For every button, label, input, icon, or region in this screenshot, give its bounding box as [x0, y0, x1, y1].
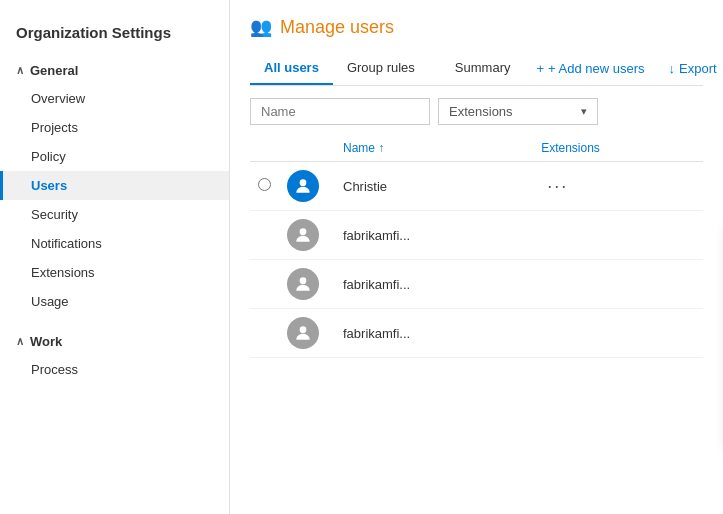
tabs-bar: All users Group rules Summary + + Add ne…: [250, 52, 703, 86]
sidebar-section-general-label: General: [30, 63, 78, 78]
user-name-cell: fabrikamfi...: [335, 211, 533, 260]
extensions-filter-dropdown[interactable]: Extensions ▾: [438, 98, 598, 125]
sidebar-item-overview[interactable]: Overview: [0, 84, 229, 113]
tab-group-rules[interactable]: Group rules: [333, 52, 429, 85]
row-radio-cell: [250, 211, 279, 260]
user-name-cell: fabrikamfi...: [335, 309, 533, 358]
col-extensions-header[interactable]: Extensions: [533, 135, 703, 162]
user-name-cell: fabrikamfi...: [335, 260, 533, 309]
row-radio[interactable]: [258, 178, 271, 191]
svg-point-0: [300, 179, 307, 186]
row-radio-cell: [250, 162, 279, 211]
user-extensions-cell: [533, 211, 703, 260]
col-radio: [250, 135, 279, 162]
avatar-cell: [279, 162, 335, 211]
users-table: Name ↑ Extensions Christie: [250, 135, 703, 358]
chevron-icon: ∧: [16, 64, 24, 77]
tab-summary[interactable]: Summary: [441, 52, 525, 85]
manage-users-icon: 👥: [250, 16, 272, 38]
chevron-icon-work: ∧: [16, 335, 24, 348]
avatar: [287, 170, 319, 202]
export-action[interactable]: ↓ Export: [657, 55, 723, 82]
sidebar-item-process[interactable]: Process: [0, 355, 229, 384]
app-title: Organization Settings: [0, 16, 229, 57]
table-row: fabrikamfi...: [250, 211, 703, 260]
avatar: [287, 268, 319, 300]
row-radio-cell: [250, 260, 279, 309]
avatar: [287, 219, 319, 251]
filters-row: Extensions ▾: [250, 98, 703, 125]
sidebar-section-general[interactable]: ∧ General: [0, 57, 229, 84]
avatar: [287, 317, 319, 349]
main-content: 👥 Manage users All users Group rules Sum…: [230, 0, 723, 514]
user-extensions-cell: ···: [533, 162, 703, 211]
page-header: 👥 Manage users: [250, 16, 703, 38]
add-new-users-action[interactable]: + + Add new users: [524, 55, 656, 82]
sidebar-section-work-label: Work: [30, 334, 62, 349]
avatar-cell: [279, 309, 335, 358]
avatar-cell: [279, 211, 335, 260]
svg-point-1: [300, 228, 307, 235]
user-extensions-cell: [533, 260, 703, 309]
tab-all-users[interactable]: All users: [250, 52, 333, 85]
svg-point-3: [300, 326, 307, 333]
name-filter-input[interactable]: [250, 98, 430, 125]
table-row: fabrikamfi...: [250, 260, 703, 309]
col-avatar: [279, 135, 335, 162]
sidebar-item-extensions[interactable]: Extensions: [0, 258, 229, 287]
col-name-header[interactable]: Name ↑: [335, 135, 533, 162]
page-title: Manage users: [280, 17, 394, 38]
row-actions-button[interactable]: ···: [541, 174, 574, 199]
plus-icon: +: [536, 61, 544, 76]
user-name-cell: Christie: [335, 162, 533, 211]
sidebar: Organization Settings ∧ General Overview…: [0, 0, 230, 514]
sidebar-item-notifications[interactable]: Notifications: [0, 229, 229, 258]
row-radio-cell: [250, 309, 279, 358]
sidebar-item-policy[interactable]: Policy: [0, 142, 229, 171]
table-row: fabrikamfi...: [250, 309, 703, 358]
sidebar-section-work[interactable]: ∧ Work: [0, 328, 229, 355]
sidebar-item-security[interactable]: Security: [0, 200, 229, 229]
sidebar-item-users[interactable]: Users: [0, 171, 229, 200]
sidebar-item-projects[interactable]: Projects: [0, 113, 229, 142]
avatar-cell: [279, 260, 335, 309]
table-row: Christie ···: [250, 162, 703, 211]
export-icon: ↓: [669, 61, 676, 76]
dropdown-arrow-icon: ▾: [581, 105, 587, 118]
svg-point-2: [300, 277, 307, 284]
sidebar-item-usage[interactable]: Usage: [0, 287, 229, 316]
user-extensions-cell: [533, 309, 703, 358]
